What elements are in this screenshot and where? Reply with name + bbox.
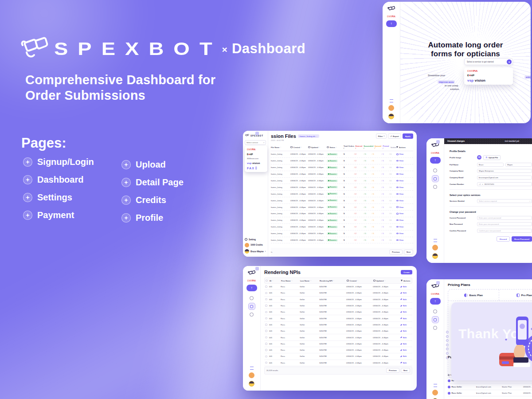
- row-checkbox[interactable]: [265, 362, 267, 364]
- view-link[interactable]: View: [396, 180, 413, 182]
- service-option-empia[interactable]: EMRPIA: [467, 70, 510, 72]
- col-last-name[interactable]: Last Name: [300, 280, 309, 282]
- view-link[interactable]: View: [396, 212, 413, 215]
- row-checkbox[interactable]: [265, 336, 267, 339]
- apply-button[interactable]: Apply: [403, 133, 413, 139]
- sliders-icon[interactable]: [434, 239, 437, 242]
- view-link[interactable]: View: [396, 173, 413, 175]
- user-avatar[interactable]: [388, 113, 394, 119]
- company-email-field[interactable]: brucewayne@gmail.com: [477, 176, 532, 180]
- col-status[interactable]: Status: [330, 146, 336, 149]
- col-updated[interactable]: Updated: [311, 146, 318, 149]
- col-file-name[interactable]: File Name: [271, 146, 279, 149]
- row-checkbox[interactable]: [265, 343, 267, 345]
- grid-icon-active[interactable]: [432, 316, 439, 323]
- last-name-field[interactable]: Wayne: [505, 163, 532, 167]
- gear-icon[interactable]: [250, 313, 254, 317]
- upload-button[interactable]: ↑: [386, 20, 397, 27]
- service-option-vsp[interactable]: vsp vision: [247, 162, 265, 164]
- chevron-down-icon[interactable]: ▾: [507, 59, 512, 64]
- view-link[interactable]: View: [396, 186, 413, 188]
- view-link[interactable]: View: [396, 239, 413, 241]
- upload-file-button[interactable]: ↻Upload File: [483, 155, 501, 160]
- gear-icon[interactable]: [433, 185, 437, 189]
- sidebar-item-setting[interactable]: Setting: [245, 238, 266, 241]
- view-link[interactable]: View: [396, 226, 413, 228]
- next-button[interactable]: Next: [404, 250, 413, 254]
- row-checkbox[interactable]: [265, 305, 267, 307]
- view-link[interactable]: View: [396, 219, 413, 221]
- view-link[interactable]: View: [396, 153, 413, 155]
- edit-link[interactable]: Edit: [400, 330, 411, 332]
- new-password-field[interactable]: Enter your new password: [477, 222, 532, 226]
- edit-link[interactable]: Edit: [400, 286, 411, 288]
- file-pill[interactable]: framrs_listing.xls↓: [298, 134, 319, 138]
- user-avatar[interactable]: [249, 381, 254, 387]
- edit-link[interactable]: Edit: [400, 362, 411, 364]
- service-option-2020now[interactable]: 2020now.com: [247, 157, 265, 160]
- current-password-field[interactable]: Enter your current password: [477, 216, 532, 220]
- credits-icon[interactable]: [388, 105, 394, 111]
- view-link[interactable]: View: [396, 160, 413, 162]
- create-button[interactable]: Create: [401, 270, 412, 274]
- first-name-field[interactable]: Bruce: [477, 163, 504, 167]
- edit-link[interactable]: Edit: [400, 343, 411, 345]
- upload-button[interactable]: ↑: [430, 157, 441, 164]
- row-checkbox[interactable]: [265, 298, 267, 301]
- view-link[interactable]: View: [396, 166, 413, 168]
- row-checkbox[interactable]: [265, 349, 267, 351]
- select-all-checkbox[interactable]: [266, 280, 268, 282]
- row-checkbox[interactable]: [265, 292, 267, 294]
- edit-link[interactable]: Edit: [400, 355, 411, 357]
- sliders-icon[interactable]: [250, 367, 254, 370]
- service-option-evhp[interactable]: E♥HP: [247, 153, 265, 156]
- upload-button[interactable]: ↑: [430, 298, 441, 305]
- edit-link[interactable]: Edit: [400, 311, 411, 313]
- upload-button[interactable]: ↑: [246, 285, 257, 291]
- filter-button[interactable]: Filter▾: [376, 133, 387, 139]
- row-checkbox[interactable]: [265, 330, 267, 332]
- previous-button[interactable]: Previous: [386, 368, 399, 373]
- discard-button[interactable]: Discard: [497, 236, 510, 242]
- edit-link[interactable]: Edit: [400, 298, 411, 301]
- service-option-vsp[interactable]: vsp vision: [467, 78, 510, 82]
- edit-link[interactable]: Edit: [400, 336, 411, 339]
- contact-number-field[interactable]: +1 ▾ 3157071451: [477, 182, 532, 186]
- edit-link[interactable]: Edit: [400, 324, 411, 326]
- view-link[interactable]: View: [396, 206, 413, 208]
- credits-icon[interactable]: [432, 390, 438, 395]
- grid-icon-active[interactable]: [248, 303, 255, 310]
- service-select[interactable]: Select a service to get started ▾: [464, 58, 513, 65]
- row-checkbox[interactable]: [265, 311, 267, 313]
- view-link[interactable]: View: [396, 200, 413, 202]
- sidebar-item-credits[interactable]: 1000 Credits: [245, 243, 266, 247]
- gear-icon[interactable]: [433, 326, 437, 330]
- copy-icon[interactable]: [433, 309, 437, 313]
- tab-basic-plan[interactable]: Basic Plan: [448, 289, 499, 301]
- credits-icon[interactable]: [432, 245, 438, 250]
- edit-link[interactable]: Edit: [400, 317, 411, 320]
- user-avatar[interactable]: [432, 253, 438, 259]
- sliders-icon[interactable]: [390, 99, 393, 102]
- credits-icon[interactable]: [249, 372, 254, 378]
- confirm-password-field[interactable]: Confirm your new password: [477, 229, 532, 233]
- next-button[interactable]: Next: [401, 368, 410, 373]
- service-filter-select[interactable]: Select service ▾: [245, 140, 266, 145]
- col-id[interactable]: ID: [270, 280, 271, 282]
- row-checkbox[interactable]: [265, 317, 267, 320]
- previous-button[interactable]: Previous: [389, 250, 403, 254]
- services-select[interactable]: Select service required ↕: [477, 199, 532, 203]
- col-created[interactable]: Created: [350, 280, 357, 282]
- copy-icon[interactable]: [250, 296, 254, 300]
- copy-icon[interactable]: [433, 168, 437, 172]
- col-created[interactable]: Created: [293, 146, 300, 149]
- edit-link[interactable]: Edit: [400, 349, 411, 351]
- view-link[interactable]: View: [396, 232, 413, 235]
- col-first-name[interactable]: First Name: [281, 280, 291, 282]
- tab-pro-plan[interactable]: Pro Plan: [499, 289, 532, 301]
- row-checkbox[interactable]: [265, 286, 267, 288]
- company-name-field[interactable]: Wayne Enterprises: [477, 169, 532, 173]
- sliders-icon[interactable]: [434, 384, 437, 387]
- service-option-evhp[interactable]: E♥HP: [467, 74, 510, 77]
- edit-link[interactable]: Edit: [400, 305, 411, 307]
